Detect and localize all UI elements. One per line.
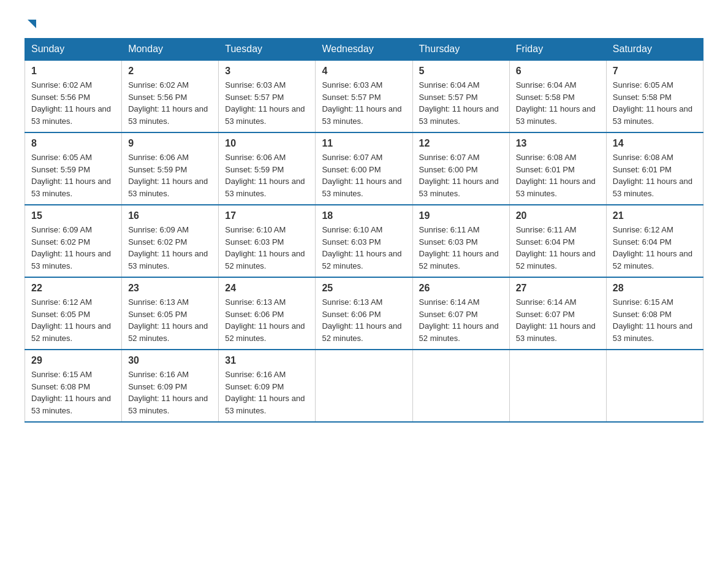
calendar-cell: 29 Sunrise: 6:15 AM Sunset: 6:08 PM Dayl… [25,350,122,422]
day-number: 28 [613,283,697,294]
calendar-cell: 2 Sunrise: 6:02 AM Sunset: 5:56 PM Dayli… [122,60,219,132]
calendar-cell: 10 Sunrise: 6:06 AM Sunset: 5:59 PM Dayl… [219,132,316,205]
weekday-tuesday: Tuesday [219,39,316,61]
day-info: Sunrise: 6:03 AM Sunset: 5:57 PM Dayligh… [225,79,309,127]
day-number: 7 [613,66,697,77]
day-number: 24 [225,283,309,294]
day-number: 25 [322,283,406,294]
day-info: Sunrise: 6:05 AM Sunset: 5:58 PM Dayligh… [613,79,697,127]
calendar-cell: 26 Sunrise: 6:14 AM Sunset: 6:07 PM Dayl… [412,277,509,350]
calendar-cell: 17 Sunrise: 6:10 AM Sunset: 6:03 PM Dayl… [219,205,316,277]
day-info: Sunrise: 6:13 AM Sunset: 6:06 PM Dayligh… [225,296,309,344]
weekday-sunday: Sunday [25,39,122,61]
day-number: 16 [128,210,212,221]
day-number: 31 [225,355,309,366]
calendar-cell [606,350,703,422]
day-info: Sunrise: 6:06 AM Sunset: 5:59 PM Dayligh… [128,151,212,199]
calendar-cell: 5 Sunrise: 6:04 AM Sunset: 5:57 PM Dayli… [412,60,509,132]
day-info: Sunrise: 6:09 AM Sunset: 6:02 PM Dayligh… [128,224,212,272]
day-number: 11 [322,138,406,149]
day-info: Sunrise: 6:12 AM Sunset: 6:04 PM Dayligh… [613,224,697,272]
calendar-cell [412,350,509,422]
calendar-week-row: 22 Sunrise: 6:12 AM Sunset: 6:05 PM Dayl… [25,277,703,350]
day-info: Sunrise: 6:11 AM Sunset: 6:04 PM Dayligh… [516,224,600,272]
day-info: Sunrise: 6:13 AM Sunset: 6:05 PM Dayligh… [128,296,212,344]
calendar-cell: 1 Sunrise: 6:02 AM Sunset: 5:56 PM Dayli… [25,60,122,132]
day-number: 30 [128,355,212,366]
day-number: 8 [31,138,115,149]
day-info: Sunrise: 6:02 AM Sunset: 5:56 PM Dayligh… [31,79,115,127]
page-header [25,18,703,28]
day-number: 12 [419,138,503,149]
day-number: 17 [225,210,309,221]
calendar-cell: 22 Sunrise: 6:12 AM Sunset: 6:05 PM Dayl… [25,277,122,350]
day-info: Sunrise: 6:05 AM Sunset: 5:59 PM Dayligh… [31,151,115,199]
day-number: 23 [128,283,212,294]
day-info: Sunrise: 6:15 AM Sunset: 6:08 PM Dayligh… [613,296,697,344]
day-info: Sunrise: 6:14 AM Sunset: 6:07 PM Dayligh… [419,296,503,344]
calendar-cell [509,350,606,422]
day-number: 6 [516,66,600,77]
day-number: 22 [31,283,115,294]
calendar-cell: 20 Sunrise: 6:11 AM Sunset: 6:04 PM Dayl… [509,205,606,277]
day-number: 26 [419,283,503,294]
day-info: Sunrise: 6:14 AM Sunset: 6:07 PM Dayligh… [516,296,600,344]
weekday-header-row: SundayMondayTuesdayWednesdayThursdayFrid… [25,39,703,61]
calendar-cell: 12 Sunrise: 6:07 AM Sunset: 6:00 PM Dayl… [412,132,509,205]
day-info: Sunrise: 6:16 AM Sunset: 6:09 PM Dayligh… [128,369,212,416]
day-info: Sunrise: 6:04 AM Sunset: 5:58 PM Dayligh… [516,79,600,127]
day-number: 5 [419,66,503,77]
calendar-cell: 31 Sunrise: 6:16 AM Sunset: 6:09 PM Dayl… [219,350,316,422]
day-info: Sunrise: 6:04 AM Sunset: 5:57 PM Dayligh… [419,79,503,127]
day-number: 1 [31,66,115,77]
weekday-saturday: Saturday [606,39,703,61]
calendar-cell: 30 Sunrise: 6:16 AM Sunset: 6:09 PM Dayl… [122,350,219,422]
calendar-week-row: 1 Sunrise: 6:02 AM Sunset: 5:56 PM Dayli… [25,60,703,132]
calendar-cell: 4 Sunrise: 6:03 AM Sunset: 5:57 PM Dayli… [316,60,412,132]
day-number: 27 [516,283,600,294]
calendar-cell: 7 Sunrise: 6:05 AM Sunset: 5:58 PM Dayli… [606,60,703,132]
weekday-thursday: Thursday [412,39,509,61]
calendar-cell: 27 Sunrise: 6:14 AM Sunset: 6:07 PM Dayl… [509,277,606,350]
day-info: Sunrise: 6:10 AM Sunset: 6:03 PM Dayligh… [225,224,309,272]
day-info: Sunrise: 6:03 AM Sunset: 5:57 PM Dayligh… [322,79,406,127]
day-number: 19 [419,210,503,221]
calendar-cell: 18 Sunrise: 6:10 AM Sunset: 6:03 PM Dayl… [316,205,412,277]
day-number: 3 [225,66,309,77]
calendar-cell: 19 Sunrise: 6:11 AM Sunset: 6:03 PM Dayl… [412,205,509,277]
day-info: Sunrise: 6:08 AM Sunset: 6:01 PM Dayligh… [613,151,697,199]
day-info: Sunrise: 6:13 AM Sunset: 6:06 PM Dayligh… [322,296,406,344]
day-number: 13 [516,138,600,149]
weekday-friday: Friday [509,39,606,61]
calendar-week-row: 29 Sunrise: 6:15 AM Sunset: 6:08 PM Dayl… [25,350,703,422]
day-number: 10 [225,138,309,149]
calendar-cell: 9 Sunrise: 6:06 AM Sunset: 5:59 PM Dayli… [122,132,219,205]
calendar-cell: 16 Sunrise: 6:09 AM Sunset: 6:02 PM Dayl… [122,205,219,277]
calendar-cell: 8 Sunrise: 6:05 AM Sunset: 5:59 PM Dayli… [25,132,122,205]
calendar-cell: 23 Sunrise: 6:13 AM Sunset: 6:05 PM Dayl… [122,277,219,350]
calendar-cell: 14 Sunrise: 6:08 AM Sunset: 6:01 PM Dayl… [606,132,703,205]
day-info: Sunrise: 6:16 AM Sunset: 6:09 PM Dayligh… [225,369,309,416]
calendar-cell: 6 Sunrise: 6:04 AM Sunset: 5:58 PM Dayli… [509,60,606,132]
day-number: 2 [128,66,212,77]
calendar-week-row: 8 Sunrise: 6:05 AM Sunset: 5:59 PM Dayli… [25,132,703,205]
calendar-cell: 28 Sunrise: 6:15 AM Sunset: 6:08 PM Dayl… [606,277,703,350]
calendar-cell: 21 Sunrise: 6:12 AM Sunset: 6:04 PM Dayl… [606,205,703,277]
day-info: Sunrise: 6:07 AM Sunset: 6:00 PM Dayligh… [419,151,503,199]
svg-marker-0 [28,20,36,28]
day-info: Sunrise: 6:15 AM Sunset: 6:08 PM Dayligh… [31,369,115,416]
day-number: 20 [516,210,600,221]
calendar-cell: 3 Sunrise: 6:03 AM Sunset: 5:57 PM Dayli… [219,60,316,132]
day-info: Sunrise: 6:10 AM Sunset: 6:03 PM Dayligh… [322,224,406,272]
calendar-cell [316,350,412,422]
logo [25,18,39,28]
calendar-table: SundayMondayTuesdayWednesdayThursdayFrid… [25,38,703,423]
weekday-wednesday: Wednesday [316,39,412,61]
calendar-cell: 15 Sunrise: 6:09 AM Sunset: 6:02 PM Dayl… [25,205,122,277]
day-info: Sunrise: 6:12 AM Sunset: 6:05 PM Dayligh… [31,296,115,344]
calendar-cell: 24 Sunrise: 6:13 AM Sunset: 6:06 PM Dayl… [219,277,316,350]
day-number: 18 [322,210,406,221]
day-info: Sunrise: 6:06 AM Sunset: 5:59 PM Dayligh… [225,151,309,199]
calendar-cell: 13 Sunrise: 6:08 AM Sunset: 6:01 PM Dayl… [509,132,606,205]
calendar-week-row: 15 Sunrise: 6:09 AM Sunset: 6:02 PM Dayl… [25,205,703,277]
